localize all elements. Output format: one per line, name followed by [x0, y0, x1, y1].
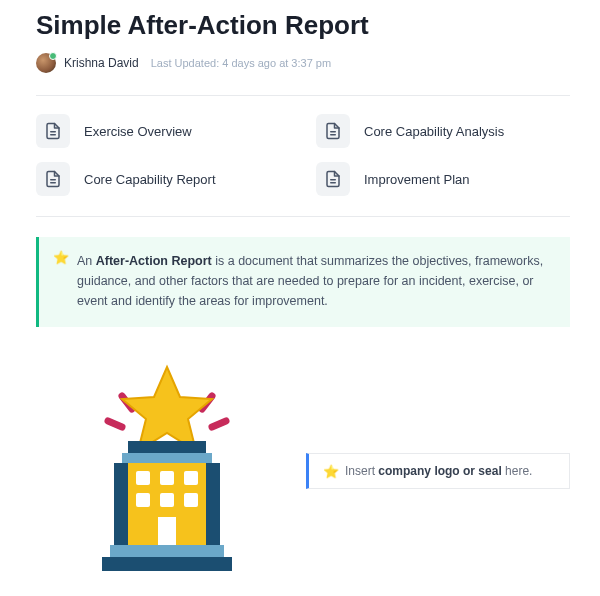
svg-line-11	[212, 421, 226, 427]
toc-label: Core Capability Analysis	[364, 124, 504, 139]
svg-rect-24	[206, 463, 220, 545]
toc-label: Improvement Plan	[364, 172, 470, 187]
star-icon: ⭐	[323, 465, 339, 478]
logo-prompt-suffix: here.	[502, 464, 533, 478]
svg-rect-19	[136, 493, 150, 507]
svg-rect-25	[110, 545, 224, 557]
page-title: Simple After-Action Report	[36, 10, 570, 41]
svg-rect-21	[184, 493, 198, 507]
svg-rect-14	[122, 453, 212, 463]
svg-rect-18	[184, 471, 198, 485]
toc-item-core-capability-analysis[interactable]: Core Capability Analysis	[316, 114, 570, 148]
author-name[interactable]: Krishna David	[64, 56, 139, 70]
definition-callout: ⭐ An After-Action Report is a document t…	[36, 237, 570, 327]
logo-prompt-prefix: Insert	[345, 464, 378, 478]
document-icon	[316, 162, 350, 196]
svg-rect-26	[102, 557, 232, 571]
document-icon	[36, 114, 70, 148]
svg-marker-12	[122, 367, 212, 451]
building-star-illustration	[62, 361, 272, 581]
document-icon	[36, 162, 70, 196]
logo-prompt-bold: company logo or seal	[378, 464, 501, 478]
svg-rect-23	[114, 463, 128, 545]
document-icon	[316, 114, 350, 148]
avatar[interactable]	[36, 53, 56, 73]
toc-item-core-capability-report[interactable]: Core Capability Report	[36, 162, 290, 196]
svg-rect-22	[158, 517, 176, 545]
definition-prefix: An	[77, 254, 96, 268]
divider	[36, 216, 570, 217]
illustration-row: ⭐ Insert company logo or seal here.	[36, 361, 570, 581]
toc-label: Exercise Overview	[84, 124, 192, 139]
toc-label: Core Capability Report	[84, 172, 216, 187]
svg-line-10	[108, 421, 122, 427]
svg-rect-20	[160, 493, 174, 507]
toc-grid: Exercise Overview Core Capability Analys…	[36, 96, 570, 216]
definition-term: After-Action Report	[96, 254, 212, 268]
logo-prompt-text: Insert company logo or seal here.	[345, 464, 532, 478]
svg-rect-17	[160, 471, 174, 485]
toc-item-exercise-overview[interactable]: Exercise Overview	[36, 114, 290, 148]
toc-item-improvement-plan[interactable]: Improvement Plan	[316, 162, 570, 196]
logo-placeholder-callout[interactable]: ⭐ Insert company logo or seal here.	[306, 453, 570, 489]
meta-row: Krishna David Last Updated: 4 days ago a…	[36, 53, 570, 73]
last-updated: Last Updated: 4 days ago at 3:37 pm	[151, 57, 331, 69]
definition-text: An After-Action Report is a document tha…	[77, 251, 552, 311]
star-icon: ⭐	[53, 251, 69, 311]
svg-rect-16	[136, 471, 150, 485]
